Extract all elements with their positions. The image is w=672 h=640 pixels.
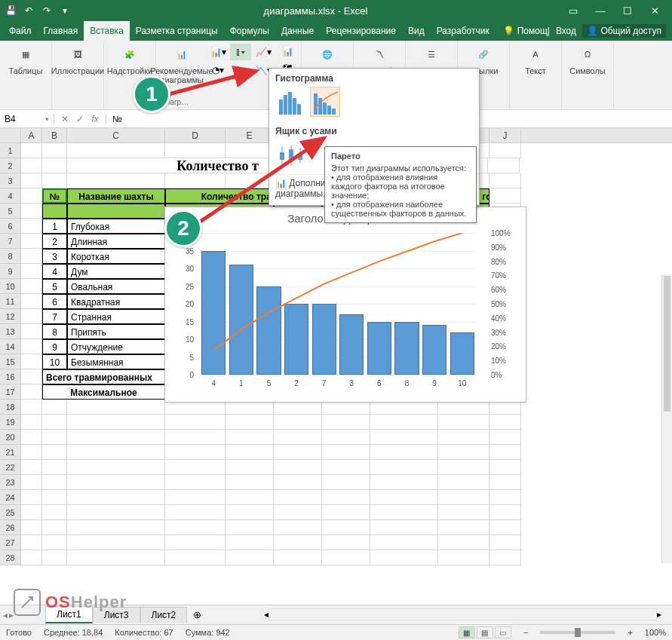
tab-insert[interactable]: Вставка <box>84 21 130 41</box>
title-bar: 💾 ↶ ↷ ▾ диаграммы.xlsx - Excel ▭ — ☐ ✕ <box>0 0 672 21</box>
tab-developer[interactable]: Разработчик <box>431 21 496 41</box>
status-avg: Среднее: 18,84 <box>44 628 103 637</box>
svg-rect-8 <box>327 106 331 115</box>
signin[interactable]: Вход <box>556 26 576 36</box>
svg-rect-3 <box>293 98 296 115</box>
addins-icon: 🧩 <box>119 44 140 65</box>
svg-rect-6 <box>318 98 322 115</box>
horizontal-scrollbar[interactable]: ◂▸ <box>264 605 661 624</box>
enter-fx-icon[interactable]: ✓ <box>74 114 86 124</box>
status-bar: Готово Среднее: 18,84 Количество: 67 Сум… <box>0 624 672 640</box>
y2-axis: 0%10%20%30%40%50%60%70%80%90%100% <box>486 233 526 375</box>
pictures-icon: 🖼 <box>67 44 88 65</box>
hierarchy-chart-icon[interactable]: ◔▾ <box>207 62 229 78</box>
ribbon-tabs: Файл Главная Вставка Разметка страницы Ф… <box>0 21 672 41</box>
zoom-level[interactable]: 100% <box>645 628 666 637</box>
table-icon: ▦ <box>15 44 36 65</box>
vertical-scrollbar[interactable] <box>661 274 672 563</box>
waterfall-chart-icon[interactable]: 📈▾ <box>253 44 274 60</box>
chart-type-grid: 📊▾ ⫿▾ 📈▾ ◔▾ ⋮▾ 📉▾ <box>207 44 274 78</box>
slicer-icon: ☰ <box>421 44 442 65</box>
tab-pagelayout[interactable]: Разметка страницы <box>130 21 224 41</box>
col-header[interactable]: D <box>165 128 226 142</box>
x-axis: 41527368910 <box>200 379 476 393</box>
addins-button[interactable]: 🧩Надстройки <box>109 44 151 75</box>
close-button[interactable]: ✕ <box>642 2 667 20</box>
y-axis: 0510152025303540 <box>165 233 197 375</box>
histogram-option[interactable] <box>275 87 305 117</box>
tab-view[interactable]: Вид <box>402 21 431 41</box>
recommended-icon: 📊 <box>171 44 192 65</box>
tab-formulas[interactable]: Формулы <box>224 21 275 41</box>
view-pagelayout-icon[interactable]: ▤ <box>477 626 493 638</box>
link-icon: 🔗 <box>473 44 494 65</box>
zoom-slider[interactable] <box>540 631 615 634</box>
new-sheet-button[interactable]: ⊕ <box>187 607 207 623</box>
view-normal-icon[interactable]: ▦ <box>459 626 475 638</box>
name-box[interactable]: B4▾ <box>0 114 54 124</box>
pareto-tooltip: Парето Этот тип диаграммы используется: … <box>324 146 477 223</box>
tab-file[interactable]: Файл <box>3 21 38 41</box>
3dmap-icon: 🌐 <box>317 44 338 65</box>
svg-rect-1 <box>284 95 287 115</box>
cancel-fx-icon[interactable]: ✕ <box>59 114 71 124</box>
ribbon: ▦Таблицы 🖼Иллюстрации 🧩Надстройки 📊Реком… <box>0 41 672 110</box>
svg-rect-2 <box>288 92 292 115</box>
illustrations-button[interactable]: 🖼Иллюстрации <box>57 44 99 75</box>
minimize-button[interactable]: — <box>588 2 613 20</box>
col-header[interactable]: C <box>67 128 165 142</box>
annotation-2: 2 <box>164 210 202 247</box>
symbol-icon: Ω <box>577 44 598 65</box>
col-header[interactable]: A <box>21 128 42 142</box>
ribbon-options-icon[interactable]: ▭ <box>560 2 586 20</box>
maximize-button[interactable]: ☐ <box>615 2 640 20</box>
qat-customize-icon[interactable]: ▾ <box>59 5 71 17</box>
symbols-button[interactable]: ΩСимволы <box>566 44 609 75</box>
pareto-option[interactable] <box>310 87 340 117</box>
sheet-nav-prev-icon[interactable]: ◂ <box>3 610 8 620</box>
tables-button[interactable]: ▦Таблицы <box>5 44 47 75</box>
svg-rect-13 <box>289 149 293 160</box>
tab-home[interactable]: Главная <box>38 21 84 41</box>
fx-icon[interactable]: fx <box>89 114 101 124</box>
plot-area <box>200 233 476 375</box>
svg-rect-11 <box>280 152 284 160</box>
share-button[interactable]: 👤 Общий доступ <box>582 24 666 38</box>
svg-rect-7 <box>323 103 327 115</box>
sheet-tab[interactable]: Лист2 <box>140 607 188 623</box>
tab-review[interactable]: Рецензирование <box>320 21 402 41</box>
col-header[interactable]: B <box>42 128 67 142</box>
textbox-icon: A <box>525 44 546 65</box>
zoom-in-icon[interactable]: + <box>628 628 632 637</box>
watermark: OSHelper <box>14 589 127 616</box>
svg-rect-15 <box>298 154 302 160</box>
status-count: Количество: 67 <box>115 628 173 637</box>
recommended-charts-button[interactable]: 📊Рекомендуемые диаграммы <box>161 44 203 84</box>
col-header[interactable]: E <box>226 128 274 142</box>
save-icon[interactable]: 💾 <box>5 5 17 17</box>
tell-me[interactable]: 💡 Помощ| <box>503 26 550 36</box>
zoom-out-icon[interactable]: − <box>523 628 528 637</box>
histogram-chart-icon[interactable]: ⫿▾ <box>230 44 251 60</box>
formula-input[interactable]: № <box>106 114 128 124</box>
tab-data[interactable]: Данные <box>275 21 320 41</box>
pivotchart-icon[interactable]: 📊 <box>278 44 296 59</box>
text-button[interactable]: AТекст <box>514 44 557 75</box>
undo-icon[interactable]: ↶ <box>23 5 35 17</box>
status-ready: Готово <box>6 628 32 637</box>
svg-rect-0 <box>279 100 283 115</box>
svg-rect-4 <box>297 104 301 115</box>
sparkline-icon: 〽 <box>369 44 390 65</box>
status-sum: Сумма: 942 <box>186 628 230 637</box>
redo-icon[interactable]: ↷ <box>41 5 53 17</box>
svg-rect-9 <box>332 109 336 115</box>
embedded-chart[interactable]: Заголовок диаграммы 0510152025303540 0%1… <box>164 207 526 403</box>
view-pagebreak-icon[interactable]: ▭ <box>495 626 511 638</box>
column-chart-icon[interactable]: 📊▾ <box>207 44 229 60</box>
select-all-corner[interactable] <box>0 128 21 142</box>
window-title: диаграммы.xlsx - Excel <box>71 5 560 17</box>
quick-access-toolbar: 💾 ↶ ↷ ▾ <box>5 5 71 17</box>
boxwhisker-option[interactable] <box>275 139 305 170</box>
col-header[interactable]: J <box>489 128 521 142</box>
scatter-chart-icon[interactable]: ⋮▾ <box>230 62 251 78</box>
